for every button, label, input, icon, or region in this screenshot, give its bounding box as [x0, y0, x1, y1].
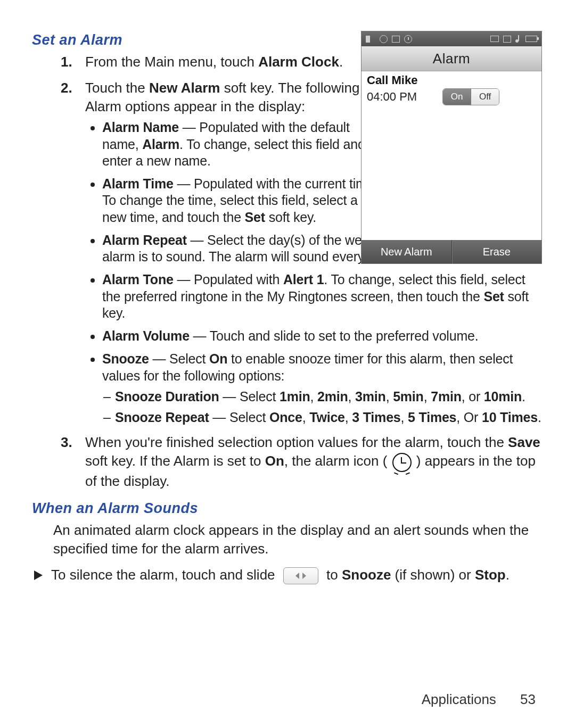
val: 5min [393, 389, 424, 404]
term-stop: Stop [475, 567, 506, 583]
val: Twice [309, 410, 345, 425]
text: . [538, 410, 541, 425]
text: Touch the [85, 80, 149, 96]
text: . [506, 567, 510, 583]
opt-title: Alarm Volume [102, 328, 190, 343]
sub-title: Snooze Repeat [115, 410, 209, 425]
text: To silence the alarm, touch and slide [51, 567, 279, 583]
term: Set [483, 289, 504, 304]
snooze-repeat: Snooze Repeat — Select Once, Twice, 3 Ti… [115, 409, 543, 426]
softkey-erase[interactable]: Erase [451, 240, 542, 263]
term: On [209, 351, 227, 366]
alarm-toggle[interactable]: On Off [442, 88, 499, 105]
heading-when-alarm-sounds: When an Alarm Sounds [32, 500, 543, 517]
when-paragraph: An animated alarm clock appears in the d… [32, 521, 543, 558]
footer-page: 53 [520, 691, 536, 707]
val: 10min [484, 389, 522, 404]
toggle-on[interactable]: On [443, 89, 471, 105]
opt-alarm-tone: Alarm Tone — Populated with Alert 1. To … [102, 271, 543, 321]
val: 10 Times [482, 410, 538, 425]
footer-section: Applications [422, 691, 496, 707]
text: , [348, 389, 356, 404]
softkey-new-alarm[interactable]: New Alarm [362, 240, 451, 263]
phone-statusbar [362, 31, 541, 46]
text: From the Main menu, touch [85, 54, 258, 70]
page-footer: Applications 53 [422, 691, 536, 708]
term: Alarm [142, 137, 179, 152]
term: Set [245, 210, 265, 225]
text: , [386, 389, 393, 404]
text: to [323, 567, 342, 583]
phone-body [362, 105, 541, 240]
text: , [345, 410, 352, 425]
val: 3min [355, 389, 386, 404]
term-save: Save [508, 434, 540, 450]
card-icon [490, 36, 499, 42]
clock-icon [404, 35, 412, 43]
val: 7min [431, 389, 462, 404]
text: , Or [456, 410, 482, 425]
opt-alarm-time: Alarm Time — Populated with the current … [102, 176, 384, 226]
box2-icon [503, 36, 511, 43]
phone-illustration: Alarm Call Mike 04:00 PM On Off New Alar… [361, 31, 542, 264]
val: 1min [280, 389, 310, 404]
text: — Select [149, 351, 209, 366]
text: soft key. [265, 210, 316, 225]
val: 2min [317, 389, 348, 404]
opt-title: Snooze [102, 351, 149, 366]
text: , [424, 389, 431, 404]
opt-alarm-name: Alarm Name — Populated with the default … [102, 119, 384, 169]
opt-title: Alarm Repeat [102, 233, 187, 247]
snooze-sublist: Snooze Duration — Select 1min, 2min, 3mi… [102, 388, 543, 426]
val: 3 Times [352, 410, 400, 425]
text: (if shown) or [391, 567, 475, 583]
alarm-row-title: Call Mike [367, 73, 536, 87]
text: — Select [209, 410, 269, 425]
snooze-duration: Snooze Duration — Select 1min, 2min, 3mi… [115, 388, 543, 405]
phone-softkeys: New Alarm Erase [362, 240, 541, 263]
alarm-row[interactable]: Call Mike 04:00 PM On Off [362, 71, 541, 105]
clock-icon [392, 453, 412, 472]
opt-title: Alarm Name [102, 120, 179, 135]
slider-icon [283, 567, 318, 584]
text: . [339, 54, 343, 70]
battery-icon [525, 36, 537, 42]
text: , the alarm icon ( [284, 453, 391, 469]
text: — Select the day(s) of the week ( [187, 233, 384, 247]
opt-title: Alarm Tone [102, 272, 174, 287]
alarm-row-time: 04:00 PM [367, 90, 417, 104]
term-snooze: Snooze [342, 567, 391, 583]
text: soft key. If the Alarm is set to [85, 453, 265, 469]
term: Alert 1 [283, 272, 324, 287]
val: Once [269, 410, 302, 425]
toggle-off[interactable]: Off [471, 89, 499, 105]
music-icon [515, 35, 521, 43]
text: , [401, 410, 408, 425]
term-on: On [265, 453, 284, 469]
phone-title: Alarm [362, 46, 541, 71]
when-action: To silence the alarm, touch and slide to… [32, 566, 543, 584]
opt-snooze: Snooze — Select On to enable snooze time… [102, 351, 543, 426]
signal-icon [366, 35, 375, 43]
sub-title: Snooze Duration [115, 389, 219, 404]
term-new-alarm: New Alarm [149, 80, 220, 96]
text: When you're finished selection option va… [85, 434, 508, 450]
opt-title: Alarm Time [102, 176, 174, 191]
gear-icon [380, 35, 388, 43]
text: — Populated with [174, 272, 283, 287]
text: — Touch and slide to set to the preferre… [190, 328, 479, 343]
text: , [302, 410, 310, 425]
opt-alarm-volume: Alarm Volume — Touch and slide to set to… [102, 328, 543, 344]
val: 5 Times [408, 410, 456, 425]
text: , [310, 389, 318, 404]
text: . [522, 389, 525, 404]
box-icon [392, 36, 400, 43]
term-alarm-clock: Alarm Clock [258, 54, 339, 70]
step-3: When you're finished selection option va… [85, 433, 543, 490]
text: , or [462, 389, 484, 404]
text: — Select [219, 389, 280, 404]
